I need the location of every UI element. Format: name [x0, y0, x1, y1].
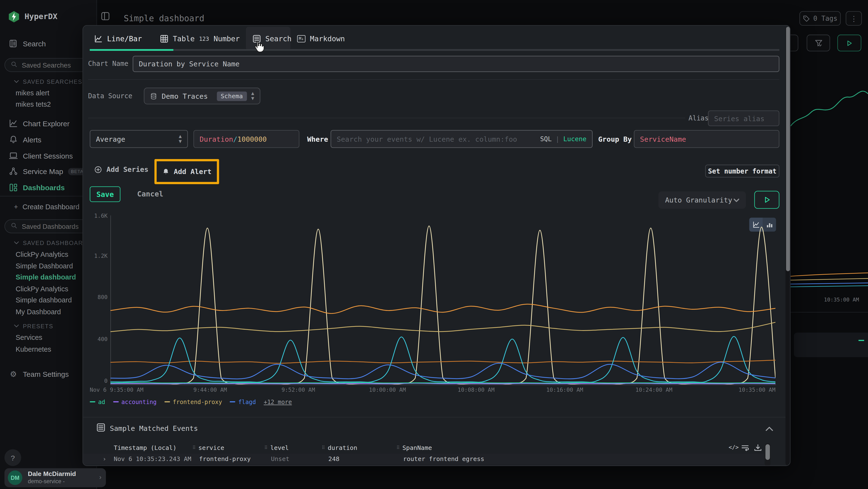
group-by-value: ServiceName	[640, 135, 686, 143]
aggregation-select[interactable]: Average ▲▼	[90, 130, 188, 148]
save-button[interactable]: Save	[90, 186, 120, 202]
legend-item[interactable]: frontend-proxy	[164, 399, 222, 405]
chevron-down-icon	[734, 198, 739, 202]
saved-dashboards-search[interactable]	[4, 220, 94, 233]
dashboard-item[interactable]: Simple Dashboard	[16, 262, 73, 270]
run-query-button[interactable]	[837, 34, 861, 51]
run-chart-button[interactable]	[754, 191, 779, 209]
presets-heading[interactable]: PRESETS	[14, 322, 53, 329]
legend-more-link[interactable]: +12 more	[264, 399, 292, 405]
help-button[interactable]: ?	[4, 449, 21, 466]
tags-button[interactable]: 0 Tags	[800, 11, 841, 26]
sidebar-item-dashboards[interactable]: Dashboards	[9, 183, 65, 192]
user-org: demo-service -	[28, 479, 65, 484]
preset-item[interactable]: Kubernetes	[16, 345, 51, 353]
saved-dashboards-input[interactable]	[22, 222, 83, 230]
saved-searches-search[interactable]	[4, 58, 94, 72]
chart-name-input[interactable]	[139, 60, 773, 68]
chart-explorer-icon	[9, 119, 18, 128]
saved-search-item[interactable]: mikes alert	[16, 89, 50, 97]
saved-searches-input[interactable]	[22, 61, 83, 69]
download-button[interactable]	[754, 443, 763, 451]
x-tick: 9:44:00 AM	[193, 387, 227, 393]
where-field[interactable]: SQL | Lucene	[331, 130, 593, 148]
cancel-button[interactable]: Cancel	[137, 190, 163, 198]
alias-field[interactable]	[708, 111, 779, 126]
saved-dashboards-heading[interactable]: SAVED DASHBOARDS	[14, 239, 92, 246]
field-expression-input[interactable]: Duration/1000000	[193, 130, 299, 148]
data-source-select[interactable]: Demo Traces Schema ▲▼	[144, 88, 260, 104]
filter-button[interactable]	[807, 34, 830, 51]
saved-search-item[interactable]: mikes tets2	[16, 100, 51, 108]
drag-handle-icon[interactable]: ⠿	[396, 445, 400, 450]
alias-input[interactable]	[714, 114, 773, 123]
tab-markdown[interactable]: M↓ Markdown	[297, 31, 345, 46]
dashboard-item-active[interactable]: Simple dashboard	[16, 274, 76, 281]
y-tick: 800	[88, 294, 107, 300]
add-series-button[interactable]: Add Series	[94, 165, 149, 174]
dashboard-item[interactable]: Simple dashboard	[16, 296, 72, 304]
sidebar-item-team-settings[interactable]: ⚙ Team Settings	[9, 370, 69, 378]
dashboard-item[interactable]: ClickPy Analytics	[16, 285, 68, 293]
drag-handle-icon[interactable]: ⠿	[192, 445, 196, 450]
tab-table[interactable]: Table	[160, 31, 195, 46]
group-by-field[interactable]: ServiceName	[634, 130, 779, 148]
user-card[interactable]: DM Dale McDiarmid demo-service - ›	[4, 468, 106, 487]
circle-plus-icon	[94, 166, 102, 173]
dashboard-item[interactable]: My Dashboard	[16, 308, 61, 316]
collapse-sidebar-button[interactable]	[101, 12, 110, 21]
set-number-format-button[interactable]: Set number format	[705, 165, 779, 177]
background-legend-dash	[859, 340, 864, 341]
sidebar-item-service-map[interactable]: Service Map BETA	[9, 167, 86, 176]
sidebar-item-client-sessions[interactable]: Client Sessions	[9, 151, 73, 160]
col-header-spanname[interactable]: ⠿SpanName	[396, 444, 432, 451]
modal-scrollbar[interactable]	[785, 27, 790, 465]
mouse-cursor	[252, 40, 264, 52]
drag-handle-icon[interactable]: ⠿	[322, 445, 325, 450]
expand-row-icon[interactable]: ›	[102, 456, 106, 463]
x-tick: 10:35:00 AM	[739, 387, 775, 393]
col-header-service[interactable]: ⠿service	[192, 444, 224, 451]
number-123-icon: 123	[199, 35, 209, 41]
wrap-lines-button[interactable]	[741, 443, 750, 451]
x-tick: 10:16:00 AM	[546, 387, 583, 393]
granularity-select[interactable]: Auto Granularity	[658, 192, 746, 209]
preset-item[interactable]: Services	[16, 334, 42, 342]
chevron-right-icon: ›	[99, 473, 101, 481]
language-toggle[interactable]: SQL | Lucene	[540, 135, 586, 143]
x-tick: 10:24:00 AM	[636, 387, 673, 393]
legend-item[interactable]: flagd	[230, 399, 256, 405]
background-chart-fragment	[790, 78, 868, 301]
add-alert-button[interactable]: Add Alert	[162, 168, 212, 176]
chevron-down-icon	[14, 324, 19, 327]
create-dashboard-button[interactable]: + Create Dashboard	[14, 203, 80, 211]
saved-searches-heading[interactable]: SAVED SEARCHES	[14, 78, 83, 85]
col-header-level[interactable]: ⠿level	[264, 444, 289, 451]
code-view-button[interactable]: </>	[728, 444, 738, 452]
events-scrollbar[interactable]	[765, 443, 770, 466]
plus-icon: +	[14, 203, 18, 211]
group-by-label: Group By	[598, 135, 632, 144]
chevron-down-icon	[14, 80, 19, 83]
collapse-events-button[interactable]	[766, 424, 773, 429]
table-row[interactable]: › Nov 6 10:35:23.243 AM frontend-proxy U…	[83, 454, 764, 464]
chart-name-field[interactable]	[133, 56, 779, 72]
more-menu-button[interactable]: ⋮	[846, 11, 862, 26]
sidebar-item-alerts[interactable]: Alerts	[9, 135, 41, 144]
tab-number[interactable]: 123 Number	[199, 31, 240, 46]
drag-handle-icon[interactable]: ⠿	[264, 445, 268, 450]
table-row[interactable]: › Nov 6 10:35:23.243 AM frontend-proxy U…	[83, 465, 764, 466]
markdown-icon: M↓	[297, 35, 306, 42]
chart-plot[interactable]	[111, 215, 775, 384]
col-header-timestamp[interactable]: Timestamp (Local)	[114, 444, 177, 451]
dashboard-item[interactable]: ClickPy Analytics	[16, 251, 68, 258]
col-header-duration[interactable]: ⠿duration	[322, 444, 357, 451]
magnifier-icon	[10, 60, 18, 70]
sidebar-item-search[interactable]: Search	[9, 39, 46, 48]
sidebar-item-label: Search	[23, 39, 46, 48]
legend-item[interactable]: accounting	[113, 399, 157, 405]
tab-line-bar[interactable]: Line/Bar	[94, 31, 142, 46]
sidebar-item-chart-explorer[interactable]: Chart Explorer	[9, 119, 70, 128]
where-input[interactable]	[337, 135, 540, 143]
legend-item[interactable]: ad	[90, 399, 105, 405]
